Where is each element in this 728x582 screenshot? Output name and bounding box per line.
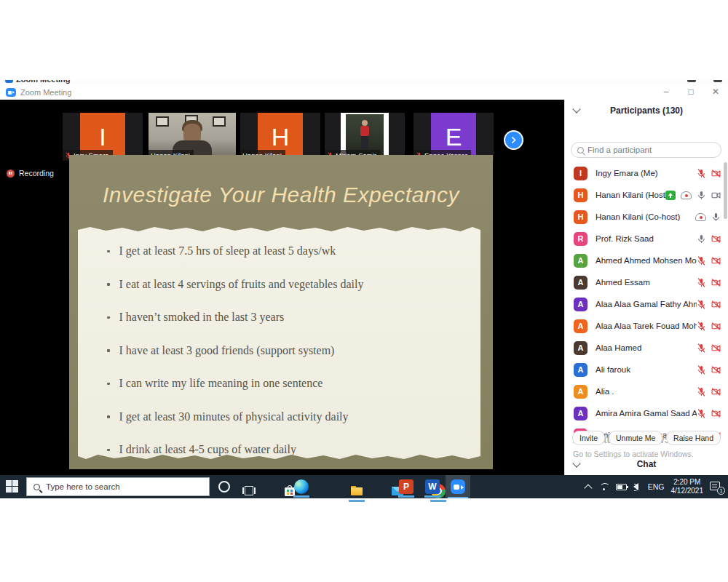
avatar: A [574, 385, 587, 399]
participant-search[interactable] [571, 142, 721, 158]
cortana-button[interactable] [218, 481, 230, 493]
participant-row[interactable]: H Hanan Kilani (Co-host) [565, 206, 728, 228]
video-off-icon [711, 322, 721, 331]
screen-share-icon [665, 191, 676, 200]
system-tray: ENG 2:20 PM4/12/2021 1 [587, 475, 728, 498]
raise-hand-button[interactable]: Raise Hand [666, 431, 721, 445]
unmute-me-button[interactable]: Unmute Me [609, 431, 662, 445]
avatar: A [574, 276, 587, 290]
participant-row[interactable]: A Amira Amira Gamal Saad Ahmed [565, 402, 728, 424]
zoom-app-icon [5, 80, 13, 83]
video-off-icon [711, 169, 721, 178]
maximize-icon [687, 80, 696, 82]
participants-actions: Invite Unmute Me Raise Hand [565, 431, 728, 445]
muted-mic-icon [697, 300, 706, 309]
background-window-title: Zoom Meeting [16, 80, 71, 84]
participants-scrollbar[interactable] [723, 162, 727, 468]
avatar: R [574, 232, 587, 246]
picture-frame [156, 116, 169, 127]
video-tile[interactable]: Miriam Samir [325, 113, 405, 161]
muted-mic-icon [697, 256, 706, 266]
search-icon [577, 147, 584, 154]
powerpoint-icon[interactable]: P [399, 479, 414, 494]
participant-row[interactable]: H Hanan Kilani (Host) [565, 184, 728, 206]
avatar: A [574, 319, 587, 333]
picture-frame [213, 116, 226, 127]
zoom-meeting-window: Zoom Meeting – □ ✕ I Ingy Emara [0, 86, 728, 475]
muted-mic-icon [697, 387, 706, 396]
clock[interactable]: 2:20 PM4/12/2021 [671, 478, 704, 496]
volume-icon[interactable] [633, 483, 638, 490]
close-button[interactable]: ✕ [705, 86, 727, 100]
show-hidden-icons-chevron[interactable] [584, 484, 592, 492]
video-off-icon [711, 409, 721, 418]
slide-title: Investigate Your Health Expectancy [69, 183, 493, 207]
participant-row[interactable]: A Alaa Alaa Gamal Fathy Ahmed E... [565, 293, 728, 315]
participant-row[interactable]: A Alaa Alaa Tarek Fouad Mohame... [565, 315, 728, 337]
muted-mic-icon [697, 409, 706, 418]
chat-title: Chat [565, 459, 728, 469]
next-page-button[interactable] [504, 130, 523, 150]
participant-row[interactable]: A Ali farouk [565, 359, 728, 380]
taskbar-search-input[interactable] [46, 482, 202, 491]
battery-icon[interactable] [616, 484, 627, 490]
slide-bullet: I eat at least 4 servings of fruits and … [107, 278, 466, 291]
muted-mic-icon [697, 278, 706, 287]
word-icon[interactable]: W [425, 479, 440, 494]
zoom-taskbar-icon-active[interactable] [446, 475, 470, 498]
invite-button[interactable]: Invite [572, 431, 605, 445]
recording-label: Recording [19, 169, 54, 178]
avatar: H [574, 210, 587, 224]
screen: Zoom Meeting Zoom Meeting – □ ✕ I Ingy E… [0, 0, 728, 582]
video-tile[interactable]: E Engee Yasser [414, 113, 494, 161]
avatar: A [574, 407, 587, 420]
restore-button[interactable]: □ [680, 86, 702, 100]
background-window-titlebar: Zoom Meeting [0, 80, 728, 86]
recording-icon [7, 170, 15, 178]
avatar: A [574, 341, 587, 355]
video-off-icon [711, 234, 721, 244]
shared-presentation-slide: Investigate Your Health Expectancy I get… [69, 155, 493, 469]
video-off-icon [711, 256, 721, 266]
video-off-icon [711, 300, 721, 309]
participant-row[interactable]: A Alaa Hamed [565, 337, 728, 359]
start-button[interactable] [6, 480, 18, 493]
avatar: A [574, 298, 587, 311]
video-tile-active-speaker[interactable]: Hanan Kilani [149, 113, 236, 161]
search-icon [33, 484, 40, 490]
window-title: Zoom Meeting [20, 88, 71, 97]
participant-row[interactable]: A Alia . [565, 380, 728, 402]
video-off-icon [711, 387, 721, 396]
participant-row[interactable]: A Ahmed Essam [565, 271, 728, 293]
task-view-button[interactable] [242, 484, 256, 498]
notification-badge: 1 [717, 487, 725, 495]
windows-taskbar: P W ENG 2:20 PM4/12/2021 1 [0, 475, 728, 498]
avatar: A [574, 363, 587, 377]
wifi-icon[interactable] [599, 483, 609, 491]
muted-mic-icon [697, 343, 706, 353]
slide-bullet: I have at least 3 good friends (support … [107, 344, 466, 357]
scrollbar-thumb[interactable] [724, 162, 727, 219]
participants-panel: Participants (130) I Ingy Emara (Me) H H… [564, 100, 728, 475]
taskbar-search[interactable] [26, 477, 210, 496]
file-explorer-icon[interactable] [349, 484, 364, 498]
language-indicator[interactable]: ENG [648, 482, 665, 491]
participant-row[interactable]: R Prof. Rizk Saad [565, 228, 728, 250]
notification-center-icon[interactable]: 1 [710, 482, 722, 492]
slide-bullet: I haven’t smoked in the last 3 years [107, 311, 466, 324]
slide-bullet-list: I get at least 7.5 hrs of sleep at least… [107, 244, 466, 477]
search-input[interactable] [587, 146, 715, 154]
edge-browser-icon[interactable] [294, 479, 309, 494]
participant-row[interactable]: I Ingy Emara (Me) [565, 162, 728, 184]
minimize-button[interactable]: – [655, 86, 677, 100]
video-off-icon [711, 278, 721, 287]
cloud-recording-icon [695, 213, 706, 221]
participant-row[interactable]: A Ahmed Ahmed Mohsen Moham... [565, 250, 728, 271]
slide-paper: I get at least 7.5 hrs of sleep at least… [78, 226, 480, 461]
video-tile[interactable]: I Ingy Emara [63, 113, 143, 161]
muted-mic-icon [697, 322, 706, 331]
video-on-icon [711, 191, 721, 200]
video-tile[interactable]: H Hanan Kilani [240, 113, 320, 161]
mic-icon [711, 212, 721, 222]
slide-bullet: I get at least 7.5 hrs of sleep at least… [107, 244, 466, 258]
